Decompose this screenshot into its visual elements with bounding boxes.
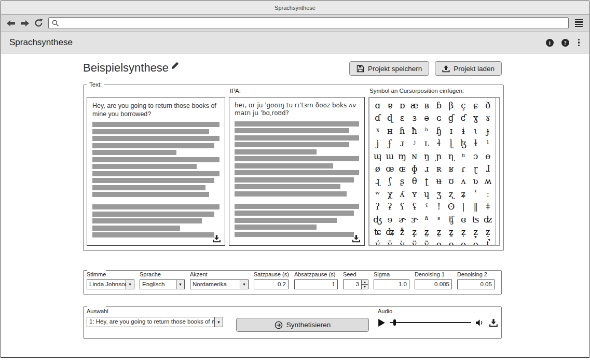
ipa-symbol-button[interactable]: ɐ (384, 100, 396, 112)
ipa-symbol-button[interactable]: ỹ (420, 239, 433, 246)
ipa-symbol-button[interactable]: ɽ (470, 163, 482, 175)
paragraph-pause-input[interactable]: 1 (294, 279, 338, 289)
ipa-symbol-button[interactable]: o̹ (457, 239, 470, 246)
download-ipa-icon[interactable] (352, 234, 361, 243)
download-audio-icon[interactable] (489, 318, 498, 327)
forward-icon[interactable] (20, 20, 30, 27)
ipa-symbol-button[interactable]: z̼ (445, 226, 458, 239)
ipa-symbol-button[interactable]: ʍ (482, 175, 494, 188)
ipa-symbol-button[interactable]: ɯ (384, 150, 396, 163)
ipa-symbol-button[interactable]: ỳ (396, 239, 408, 246)
ipa-symbol-button[interactable]: ɰ (372, 150, 384, 163)
ipa-symbol-button[interactable]: ʌ (457, 175, 470, 188)
audio-progress-slider[interactable] (390, 319, 471, 327)
ipa-symbol-button[interactable]: ʤ (372, 214, 384, 226)
ipa-symbol-button[interactable]: ʧ (445, 214, 458, 226)
ipa-symbol-button[interactable]: ʁ (445, 163, 458, 175)
ipa-symbol-button[interactable]: ʉ (433, 175, 445, 188)
ipa-symbol-button[interactable]: ɖ (384, 112, 396, 124)
ipa-symbol-button[interactable]: ʑ (457, 188, 470, 201)
ipa-symbol-button[interactable]: ɸ (408, 163, 421, 175)
info-icon[interactable]: i (546, 39, 554, 47)
seed-decrement-button[interactable]: ▼ (362, 284, 368, 289)
ipa-symbol-button[interactable]: ˡ (482, 137, 494, 150)
ipa-symbol-button[interactable]: ʟ (420, 137, 433, 150)
ipa-symbol-button[interactable]: ɒ (396, 100, 408, 112)
ipa-symbol-button[interactable]: ɩ (470, 125, 482, 137)
ipa-symbol-button[interactable]: ˢ (433, 214, 445, 226)
ipa-symbol-button[interactable]: ŋ (420, 150, 433, 163)
ipa-symbol-button[interactable]: ɦ (396, 125, 408, 137)
volume-icon[interactable] (475, 319, 485, 327)
ipa-symbol-button[interactable]: ʐ (445, 188, 458, 201)
ipa-symbol-button[interactable]: ɬ (433, 137, 445, 150)
ipa-symbol-button[interactable]: ʲ (408, 137, 421, 150)
ipa-symbol-button[interactable]: ɤ (482, 112, 494, 124)
ipa-symbol-button[interactable]: z̥ (408, 226, 421, 239)
ipa-symbol-button[interactable]: ɚ (396, 214, 408, 226)
ipa-symbol-button[interactable]: ʥ (384, 226, 396, 239)
ipa-symbol-button[interactable]: ‖ (470, 201, 482, 213)
ipa-symbol-button[interactable]: ɞ (457, 214, 470, 226)
ipa-symbol-button[interactable]: ɠ (445, 112, 458, 124)
ipa-symbol-button[interactable]: ɑ (372, 100, 384, 112)
ipa-symbol-button[interactable]: ᴊ (396, 137, 408, 150)
ipa-symbol-button[interactable]: ɥ (420, 188, 433, 201)
ipa-symbol-button[interactable]: z̩ (457, 226, 470, 239)
ipa-symbol-button[interactable]: ʷ (372, 188, 384, 201)
browser-menu-icon[interactable] (575, 19, 583, 27)
ipa-symbol-button[interactable]: θ (408, 175, 421, 188)
ipa-symbol-button[interactable]: ɻ (372, 175, 384, 188)
seed-increment-button[interactable]: ▲ (362, 280, 368, 284)
save-project-button[interactable]: Projekt speichern (349, 61, 429, 76)
back-icon[interactable] (6, 20, 16, 27)
ipa-symbol-button[interactable]: ʈ (420, 175, 433, 188)
ipa-symbol-button[interactable]: ʎ (396, 188, 408, 201)
selection-select[interactable]: 1: Hey, are you going to return those bo… (87, 317, 223, 327)
ipa-symbol-button[interactable]: ɘ (384, 214, 396, 226)
denoising-2-input[interactable]: 0.05 (457, 279, 495, 289)
ipa-symbol-button[interactable]: ʜ (384, 125, 396, 137)
download-text-icon[interactable] (212, 234, 221, 243)
ipa-symbol-button[interactable]: ɱ (396, 150, 408, 163)
ipa-symbol-button[interactable]: ə (420, 112, 433, 124)
language-select[interactable]: Englisch▼ (140, 279, 185, 289)
ipa-symbol-button[interactable]: ɝ (408, 214, 421, 226)
ipa-symbol-button[interactable]: ɫ (470, 137, 482, 150)
play-icon[interactable] (378, 318, 386, 327)
ipa-symbol-button[interactable]: ʢ (408, 201, 421, 213)
language-dropdown-button[interactable]: ▼ (176, 280, 184, 289)
symbols-scrollbar[interactable] (495, 98, 496, 245)
ipa-symbol-button[interactable]: ɴ (408, 150, 421, 163)
ipa-symbol-button[interactable]: ɜ (408, 112, 421, 124)
ipa-symbol-button[interactable]: ɕ (470, 100, 482, 112)
ipa-symbol-button[interactable]: ɪ (445, 125, 458, 137)
url-bar[interactable] (48, 17, 569, 29)
ipa-symbol-button[interactable]: ȳ (384, 239, 396, 246)
ipa-symbol-button[interactable]: ɲ (433, 150, 445, 163)
ipa-symbol-button[interactable]: ʨ (372, 226, 384, 239)
ipa-symbol-button[interactable]: ʱ (420, 214, 433, 226)
ipa-symbol-button[interactable]: ǂ (482, 201, 494, 213)
ipa-symbol-button[interactable]: ɣ (470, 112, 482, 124)
ipa-symbol-button[interactable]: ɶ (396, 163, 408, 175)
slider-thumb[interactable] (393, 319, 396, 326)
ipa-symbol-button[interactable]: ɵ (482, 150, 494, 163)
ipa-symbol-button[interactable]: ɗ (372, 112, 384, 124)
help-icon[interactable]: ? (561, 39, 569, 47)
ipa-symbol-button[interactable]: t̚ (482, 239, 494, 246)
ipa-symbol-button[interactable]: ɹ (420, 163, 433, 175)
ipa-symbol-button[interactable]: ɓ (433, 100, 445, 112)
voice-dropdown-button[interactable]: ▼ (126, 280, 134, 289)
ipa-symbol-button[interactable]: ʒ (433, 188, 445, 201)
ipa-symbol-button[interactable]: ʊ (445, 175, 458, 188)
ipa-symbol-button[interactable]: ɭ (445, 137, 458, 150)
ipa-symbol-button[interactable]: ɾ (457, 163, 470, 175)
ipa-symbol-button[interactable]: ʏ (408, 188, 421, 201)
ipa-symbol-button[interactable]: ɧ (433, 125, 445, 137)
ipa-symbol-button[interactable]: ħ (408, 125, 421, 137)
ipa-symbol-button[interactable]: ʰ (420, 125, 433, 137)
accent-dropdown-button[interactable]: ▼ (240, 280, 248, 289)
ipa-symbol-button[interactable]: z̰ (433, 226, 445, 239)
ipa-symbol-button[interactable]: ɛ (396, 112, 408, 124)
